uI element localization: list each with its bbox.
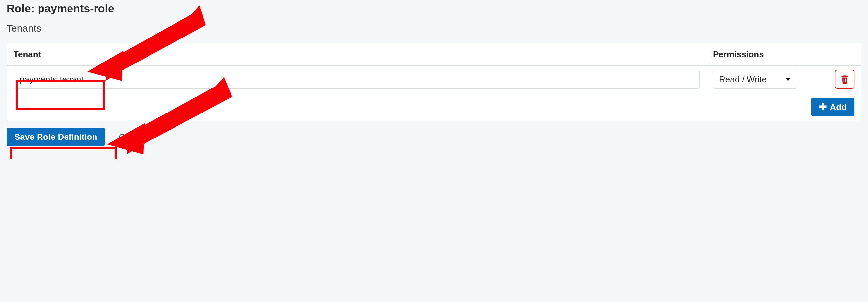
column-header-tenant: Tenant: [7, 43, 706, 66]
permissions-dropdown[interactable]: Read / Write: [713, 70, 797, 89]
cancel-button-label: Cancel: [119, 132, 145, 142]
page-title: Role: payments-role: [7, 2, 861, 15]
table-row: Read / Write: [7, 66, 861, 93]
column-header-actions: [825, 43, 861, 66]
save-button-label: Save Role Definition: [14, 132, 97, 142]
tenants-card: Tenant Permissions Read / Write: [7, 43, 861, 121]
trash-icon: [840, 75, 849, 84]
cancel-button[interactable]: Cancel: [110, 128, 153, 146]
permissions-selected-label: Read / Write: [719, 74, 767, 85]
tenants-heading: Tenants: [7, 23, 861, 34]
annotation-rect-save-button: [10, 147, 117, 159]
form-actions: Save Role Definition Cancel: [7, 128, 861, 146]
column-header-permissions: Permissions: [706, 43, 825, 66]
tenant-name-input[interactable]: [13, 70, 700, 89]
plus-icon: ✚: [819, 102, 827, 111]
add-tenant-button[interactable]: ✚ Add: [811, 98, 855, 116]
tenants-table: Tenant Permissions Read / Write: [7, 43, 861, 121]
save-button[interactable]: Save Role Definition: [7, 128, 105, 146]
delete-row-button[interactable]: [835, 70, 855, 89]
chevron-down-icon: [785, 78, 790, 81]
add-button-label: Add: [830, 102, 846, 112]
